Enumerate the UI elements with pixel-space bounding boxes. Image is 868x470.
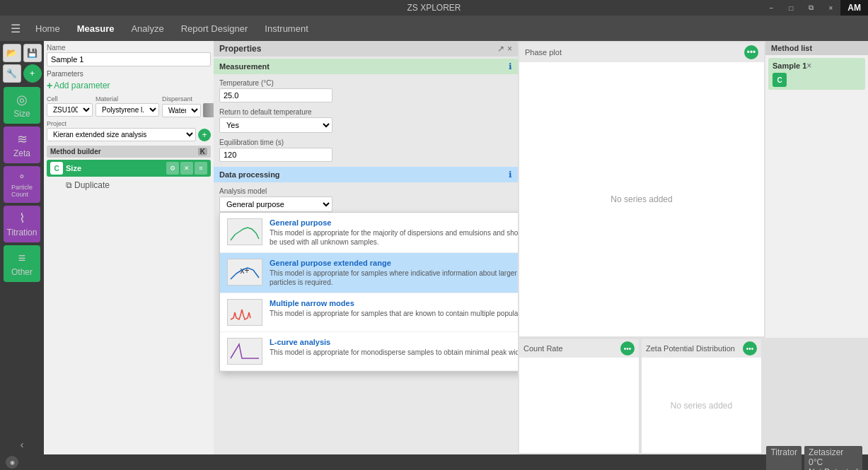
sidebar-item-other[interactable]: ≡ Other [4, 245, 40, 282]
equil-input[interactable] [219, 148, 332, 162]
dropdown-title-multiple-narrow: Multiple narrow modes [270, 299, 518, 307]
cell-label: Cell [47, 95, 93, 102]
duplicate-icon: ⧉ [66, 180, 72, 190]
dropdown-item-lcurve[interactable]: L-curve analysis This model is appropria… [220, 332, 518, 371]
menu-home[interactable]: Home [28, 20, 67, 37]
zeta-dist-menu-button[interactable]: ••• [743, 341, 757, 356]
phase-plot-title: Phase plot [525, 48, 562, 57]
zeta-dist-no-series: No series added [671, 401, 732, 411]
project-section: Project Kieran extended size analysis + [47, 120, 211, 146]
phase-plot-area: No series added [522, 65, 761, 334]
duplicate-button[interactable]: ⧉ Duplicate [62, 179, 211, 192]
return-temp-group: Return to default temperature Yes No [214, 105, 518, 136]
maximize-button[interactable]: □ [781, 0, 801, 16]
dropdown-desc-general-purpose: This model is appropriate for the majori… [270, 228, 518, 247]
user-initials: AM [847, 3, 861, 13]
measurement-info-icon[interactable]: ℹ [509, 61, 512, 71]
sidebar-item-titration[interactable]: ⌇ Titration [4, 206, 40, 242]
size-remove-button[interactable]: ✕ [180, 162, 193, 175]
measurement-title: Measurement [219, 62, 270, 71]
sidebar-item-particle-label: ParticleCount [11, 184, 33, 198]
add-button[interactable]: + [23, 64, 42, 83]
data-processing-info-icon[interactable]: ℹ [509, 170, 512, 180]
material-select[interactable]: Polystyrene l... [96, 103, 159, 117]
sidebar-item-zeta[interactable]: ≋ Zeta [4, 127, 40, 163]
size-icon: ◎ [16, 92, 28, 107]
dropdown-text-extended-range: General purpose extended range This mode… [270, 259, 518, 287]
equil-label: Equilibration time (s) [219, 139, 512, 146]
temperature-input[interactable] [219, 88, 332, 102]
count-rate-title: Count Rate [523, 344, 563, 353]
main-body: 📂 💾 🔧 + ◎ Size ≋ Zeta ⚬ ParticleCount ⌇ … [0, 41, 868, 454]
settings-button[interactable]: 🔧 [3, 64, 21, 83]
size-edit-button[interactable]: ⚙ [166, 162, 179, 175]
sample-name-input[interactable] [47, 52, 211, 66]
method-sample-close-button[interactable]: × [806, 61, 811, 71]
dispersant-select[interactable]: Water [162, 104, 201, 117]
dropdown-item-general-purpose[interactable]: General purpose This model is appropriat… [220, 213, 518, 253]
restore-button[interactable]: ⧉ [801, 0, 821, 16]
bottom-right-placeholder [764, 339, 867, 453]
project-select[interactable]: Kieran extended size analysis [47, 128, 196, 141]
dispersant-label: Dispersant [162, 95, 214, 102]
sidebar-collapse-button[interactable]: ‹ [21, 439, 24, 454]
status-bar: ◉ Titrator Zetasizer 0°C Not Detected [0, 454, 868, 470]
add-parameter-button[interactable]: + Add parameter [47, 80, 211, 91]
charts-top-row: Phase plot ••• No series added Method li… [518, 41, 868, 338]
zeta-dist-header: Zeta Potential Distribution ••• [642, 339, 761, 358]
properties-close-button[interactable]: × [507, 44, 512, 54]
data-processing-title: Data processing [219, 170, 280, 179]
properties-expand-button[interactable]: ↗ [497, 44, 504, 54]
method-builder-close-button[interactable]: K [198, 148, 207, 155]
open-button[interactable]: 📂 [3, 44, 21, 62]
project-label: Project [47, 120, 211, 127]
sidebar-item-size[interactable]: ◎ Size [4, 87, 40, 124]
dispersant-color-bar [203, 103, 214, 117]
material-label: Material [96, 95, 159, 102]
method-builder-header: Method builder K [47, 146, 211, 158]
properties-title: Properties [219, 44, 261, 54]
zetasizer-temp: 0°C [809, 457, 858, 467]
dropdown-thumb-extended-range: x+ [227, 259, 262, 286]
sidebar-item-other-label: Other [11, 267, 33, 277]
cell-select[interactable]: ZSU1002 [47, 103, 93, 117]
status-left: ◉ [6, 456, 18, 469]
properties-panel: Properties ↗ × Measurement ℹ Temperature… [214, 41, 518, 454]
svg-rect-3 [228, 300, 262, 325]
save-button[interactable]: 💾 [23, 44, 42, 62]
sidebar-item-particle[interactable]: ⚬ ParticleCount [4, 166, 40, 203]
title-bar: ZS XPLORER − □ ⧉ × AM [0, 0, 868, 16]
menu-hamburger-icon[interactable]: ☰ [6, 18, 25, 38]
phase-plot-menu-button[interactable]: ••• [744, 45, 758, 59]
dropdown-item-multiple-narrow[interactable]: Multiple narrow modes This model is appr… [220, 293, 518, 332]
count-rate-header: Count Rate ••• [519, 339, 639, 358]
method-builder-title: Method builder [50, 148, 101, 155]
menu-analyze[interactable]: Analyze [124, 20, 170, 37]
menu-measure[interactable]: Measure [70, 20, 122, 37]
method-sample-content: Sample 1 × C [772, 61, 811, 87]
sidebar-item-titration-label: Titration [7, 228, 37, 237]
menu-instrument[interactable]: Instrument [257, 20, 315, 37]
method-sample-item[interactable]: Sample 1 × C [768, 58, 865, 90]
method-sample-name: Sample 1 [772, 61, 806, 70]
temperature-group: Temperature (°C) [214, 76, 518, 105]
close-button[interactable]: × [821, 0, 840, 16]
dropdown-title-general-purpose: General purpose [270, 218, 518, 227]
dropdown-item-extended-range[interactable]: x+ General purpose extended range This m… [220, 253, 518, 293]
menu-report-designer[interactable]: Report Designer [174, 20, 255, 37]
dropdown-title-lcurve: L-curve analysis [270, 338, 518, 346]
size-item[interactable]: C Size ⚙ ✕ ≡ [47, 160, 211, 177]
minimize-button[interactable]: − [761, 0, 781, 16]
analysis-model-select[interactable]: General purpose General purpose extended… [219, 196, 332, 212]
dropdown-desc-extended-range: This model is appropriate for samples wh… [270, 269, 518, 287]
return-temp-select[interactable]: Yes No [219, 117, 332, 133]
project-row: Kieran extended size analysis + [47, 128, 211, 141]
count-rate-menu-button[interactable]: ••• [620, 341, 635, 356]
size-item-icon: C [50, 162, 63, 175]
dropdown-thumb-multiple-narrow [227, 299, 262, 326]
size-drag-button[interactable]: ≡ [195, 162, 207, 175]
status-circle-icon: ◉ [6, 456, 18, 469]
project-add-button[interactable]: + [198, 129, 211, 141]
analysis-model-group: Analysis model General purpose General p… [214, 184, 518, 215]
material-group: Material Polystyrene l... [96, 95, 159, 117]
